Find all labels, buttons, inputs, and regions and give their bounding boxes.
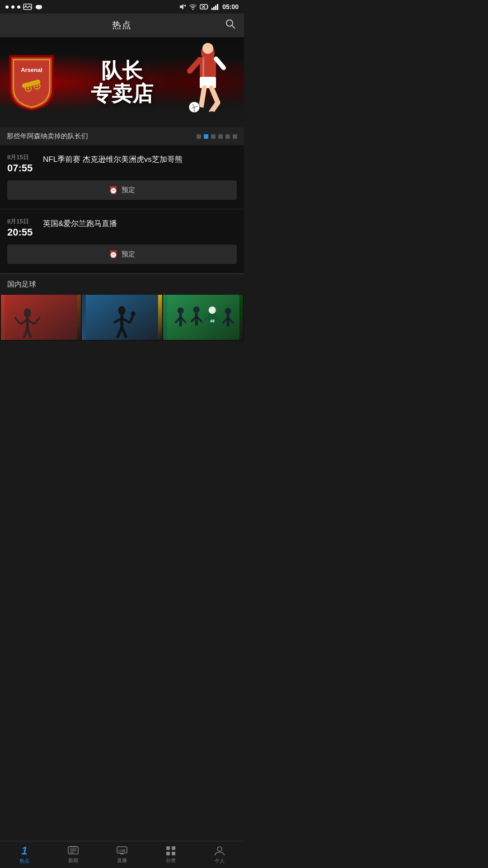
svg-line-35: [216, 59, 224, 68]
soccer-image-1[interactable]: [1, 295, 81, 340]
banner-caption-text: 那些年阿森纳卖掉的队长们: [7, 132, 88, 141]
svg-point-4: [38, 5, 42, 9]
schedule-time-1: 07:55: [7, 162, 37, 174]
svg-line-34: [190, 60, 200, 71]
battery-icon: [200, 4, 209, 9]
schedule-btn-2[interactable]: ⏰ 预定: [7, 245, 237, 264]
schedule-btn-label-1: 预定: [122, 186, 135, 194]
svg-point-78: [225, 308, 231, 314]
status-dot-2: [11, 5, 14, 9]
schedule-date-2: 8月15日: [7, 217, 37, 226]
status-right: 05:00: [179, 3, 239, 10]
svg-marker-5: [180, 4, 183, 9]
wifi-icon: [189, 4, 197, 10]
status-dot-1: [5, 5, 9, 9]
schedule-title-2: 英国&爱尔兰跑马直播: [43, 217, 117, 229]
svg-point-45: [24, 308, 31, 317]
svg-point-62: [131, 311, 136, 316]
mute-icon: [179, 4, 186, 10]
soccer-image-2[interactable]: [82, 295, 162, 340]
signal-icon: [211, 4, 220, 10]
svg-rect-15: [215, 5, 216, 10]
dot-3[interactable]: [211, 134, 216, 139]
banner-player: [181, 42, 239, 127]
banner-text: 队长 专卖店: [91, 59, 153, 105]
soccer-img-inner-3: 48: [163, 295, 243, 340]
schedule-datetime-1: 8月15日 07:55: [7, 153, 37, 174]
svg-point-55: [118, 306, 126, 315]
svg-rect-16: [217, 4, 218, 10]
svg-rect-14: [213, 7, 215, 10]
dot-1[interactable]: [197, 134, 201, 139]
svg-rect-33: [202, 57, 204, 78]
soccer-img-inner-1: [1, 295, 81, 340]
banner[interactable]: Arsenal 队长 专卖店: [0, 37, 244, 127]
status-bar: 05:00: [0, 0, 244, 14]
svg-point-69: [193, 307, 199, 313]
search-button[interactable]: [225, 19, 236, 32]
svg-text:Arsenal: Arsenal: [21, 66, 42, 73]
schedule-date-1: 8月15日: [7, 153, 37, 161]
cloud-icon: [35, 4, 43, 10]
schedule-btn-label-2: 预定: [122, 250, 135, 259]
arsenal-logo: Arsenal: [7, 53, 56, 112]
domestic-football-header: 国内足球: [0, 274, 244, 295]
svg-line-37: [201, 88, 204, 107]
banner-dots[interactable]: [197, 134, 237, 139]
svg-line-19: [232, 25, 235, 28]
dot-6[interactable]: [233, 134, 237, 139]
svg-point-18: [226, 20, 233, 26]
schedule-title-1: NFL季前赛 杰克逊维尔美洲虎vs芝加哥熊: [43, 153, 183, 165]
schedule-item-1: 8月15日 07:55 NFL季前赛 杰克逊维尔美洲虎vs芝加哥熊 ⏰ 预定: [0, 145, 244, 209]
app-header: 热点: [0, 14, 244, 37]
banner-caption: 那些年阿森纳卖掉的队长们: [0, 127, 244, 145]
schedule-info-2: 8月15日 20:55 英国&爱尔兰跑马直播: [7, 217, 237, 238]
svg-line-39: [211, 103, 218, 112]
svg-text:48: 48: [210, 319, 214, 323]
schedule-info-1: 8月15日 07:55 NFL季前赛 杰克逊维尔美洲虎vs芝加哥熊: [7, 153, 237, 174]
status-time: 05:00: [222, 3, 239, 10]
schedule-btn-1[interactable]: ⏰ 预定: [7, 180, 237, 200]
dot-2[interactable]: [204, 134, 208, 139]
svg-point-31: [202, 43, 213, 54]
nav-spacer: [0, 341, 244, 373]
section-title: 国内足球: [7, 280, 36, 288]
status-left: [5, 4, 43, 10]
soccer-img-inner-2: [82, 295, 162, 340]
dot-4[interactable]: [218, 134, 223, 139]
schedule-time-2: 20:55: [7, 226, 37, 238]
schedule-section: 8月15日 07:55 NFL季前赛 杰克逊维尔美洲虎vs芝加哥熊 ⏰ 预定 8…: [0, 145, 244, 274]
schedule-datetime-2: 8月15日 20:55: [7, 217, 37, 238]
svg-rect-10: [207, 6, 208, 8]
soccer-image-3[interactable]: 48: [163, 295, 243, 340]
clock-icon-1: ⏰: [109, 186, 118, 194]
dot-5[interactable]: [225, 134, 230, 139]
svg-point-8: [192, 9, 193, 10]
clock-icon-2: ⏰: [109, 250, 118, 259]
image-icon: [23, 4, 32, 10]
header-title: 热点: [112, 19, 132, 31]
svg-point-73: [208, 307, 216, 314]
image-grid: 48: [0, 295, 244, 341]
svg-point-65: [177, 307, 183, 314]
schedule-item-2: 8月15日 20:55 英国&爱尔兰跑马直播 ⏰ 预定: [0, 209, 244, 274]
status-dot-3: [17, 5, 20, 9]
